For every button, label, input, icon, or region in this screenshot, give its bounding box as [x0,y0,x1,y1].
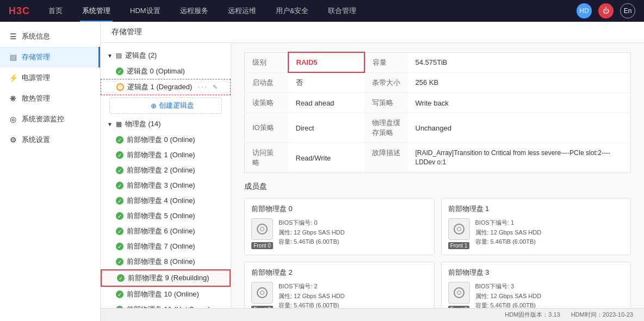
physical-disk-2[interactable]: ✓ 前部物理盘 2 (Online) [101,163,231,178]
main-layout: ☰ 系统信息 ▤ 存储管理 ⚡ 电源管理 ❋ 散热管理 ◎ 系统资源监控 ⚙ 系… [0,22,644,321]
logical-disk-icon: ▤ [116,52,122,59]
member-disk-0-icon [251,218,273,240]
expand-arrow-icon: ▼ [107,53,113,59]
status-bar: HDM固件版本：3.13 HDM时间：2023-10-23 [101,308,644,321]
sidebar-item-settings[interactable]: ⚙ 系统设置 [0,129,100,150]
nav-home[interactable]: 首页 [46,0,65,22]
physical-disk-section-icon: ▦ [116,120,122,128]
label-read-policy: 读策略 [245,93,288,113]
logical-disk-0[interactable]: ✓ 逻辑盘 0 (Optimal) [101,64,231,79]
detail-panel: 级别 RAID5 容量 54.575TiB 启动盘 否 条带大小 256 KB … [231,43,644,308]
dotted-border-indicator: ··· [197,82,208,92]
member-disk-2-card: 前部物理盘 2 Front 2 BIOS下编号: 2 属性: 12 Gbps S… [244,262,435,308]
logical-disk-section-header[interactable]: ▼ ▤ 逻辑盘 (2) [101,47,231,64]
physical-disk-4-status-icon: ✓ [116,197,123,205]
value-io-policy: Direct [288,113,364,143]
cooling-icon: ❋ [9,94,17,103]
sidebar-item-storage[interactable]: ▤ 存储管理 [0,47,100,67]
nav-items: 首页 系统管理 HDM设置 远程服务 远程运维 用户&安全 联合管理 [46,0,577,22]
sidebar-item-system-info[interactable]: ☰ 系统信息 [0,26,100,47]
system-info-icon: ☰ [9,32,17,41]
sidebar-item-cooling[interactable]: ❋ 散热管理 [0,88,100,109]
member-disk-3-title: 前部物理盘 3 [448,268,624,277]
power-button[interactable]: ⏻ [598,3,614,18]
create-logical-disk-button[interactable]: ⊕ 创建逻辑盘 [109,97,222,114]
content-area: 存储管理 ▼ ▤ 逻辑盘 (2) ✓ 逻辑盘 0 (Optimal) ! 逻辑盘… [101,22,644,321]
value-access-policy: Read/Write [288,143,364,173]
nav-system-management[interactable]: 系统管理 [80,0,113,22]
members-grid: 前部物理盘 0 Front 0 BIOS下编号: 0 属性: 12 Gbps S… [244,198,631,308]
physical-disk-1-status-icon: ✓ [116,151,123,159]
storage-icon: ▤ [9,53,17,61]
physical-disk-10-status-icon: ✓ [116,291,123,298]
physical-disk-0-status-icon: ✓ [116,136,123,144]
member-disk-1-icon [448,218,470,240]
nav-user-security[interactable]: 用户&安全 [274,0,311,22]
value-write-policy: Write back [408,93,631,113]
physical-disk-11[interactable]: ✓ 前部物理盘 11 (Hot Spare) [101,302,231,308]
label-write-policy: 写策略 [364,93,408,113]
label-capacity: 容量 [364,52,408,72]
member-disk-1-label: Front 1 [448,242,470,249]
nav-remote-service[interactable]: 远程服务 [178,0,210,22]
monitor-icon: ◎ [9,115,17,124]
member-disk-2-icon [251,282,273,304]
member-disk-1-info: BIOS下编号: 1 属性: 12 Gbps SAS HDD 容量: 5.46T… [475,218,542,247]
top-navigation: H3C 首页 系统管理 HDM设置 远程服务 远程运维 用户&安全 联合管理 H… [0,0,644,22]
member-disk-2-title: 前部物理盘 2 [251,268,428,277]
label-boot-disk: 启动盘 [245,72,288,93]
physical-disk-10[interactable]: ✓ 前部物理盘 10 (Online) [101,287,231,302]
label-access-policy: 访问策略 [245,143,288,173]
label-fault-description: 故障描述 [364,143,408,173]
physical-disk-4[interactable]: ✓ 前部物理盘 4 (Online) [101,193,231,208]
physical-disk-5-status-icon: ✓ [116,212,123,220]
settings-icon: ⚙ [9,135,17,144]
value-capacity: 54.575TiB [408,52,631,72]
physical-disk-8-status-icon: ✓ [116,258,123,266]
power-icon: ⚡ [9,73,17,82]
physical-disk-5[interactable]: ✓ 前部物理盘 5 (Online) [101,208,231,224]
physical-disk-0[interactable]: ✓ 前部物理盘 0 (Online) [101,132,231,147]
logical-disk-0-status-icon: ✓ [116,67,123,75]
nav-right-controls: HD ⏻ En [577,3,635,18]
member-disk-2-info: BIOS下编号: 2 属性: 12 Gbps SAS HDD 容量: 5.46T… [278,282,345,308]
user-avatar-button[interactable]: HD [577,3,592,18]
hdm-time: HDM时间：2023-10-23 [571,311,633,319]
physical-disk-6[interactable]: ✓ 前部物理盘 6 (Online) [101,224,231,239]
sidebar-item-resource-monitor[interactable]: ◎ 系统资源监控 [0,109,100,129]
physical-disk-1[interactable]: ✓ 前部物理盘 1 (Online) [101,147,231,163]
member-disk-3-icon [448,282,470,304]
value-boot-disk: 否 [288,72,364,93]
members-section-title: 成员盘 [244,182,631,192]
logical-disk-1[interactable]: ! 逻辑盘 1 (Degraded) ··· ✎ [101,79,231,95]
physical-disk-section-header[interactable]: ▼ ▦ 物理盘 (14) [101,116,231,132]
sidebar: ☰ 系统信息 ▤ 存储管理 ⚡ 电源管理 ❋ 散热管理 ◎ 系统资源监控 ⚙ 系… [0,22,101,321]
physical-disk-7-status-icon: ✓ [116,243,123,250]
physical-disk-6-status-icon: ✓ [116,227,123,235]
value-fault-description: [RAID_Array]Transition to Critical from … [408,143,631,173]
tree-panel: ▼ ▤ 逻辑盘 (2) ✓ 逻辑盘 0 (Optimal) ! 逻辑盘 1 (D… [101,43,231,308]
firmware-version: HDM固件版本：3.13 [505,311,560,319]
nav-hdm-settings[interactable]: HDM设置 [128,0,163,22]
language-button[interactable]: En [620,3,635,18]
member-disk-0-label: Front 0 [251,242,273,249]
value-stripe-size: 256 KB [408,72,631,93]
physical-disk-7[interactable]: ✓ 前部物理盘 7 (Online) [101,239,231,254]
detail-info-table: 级别 RAID5 容量 54.575TiB 启动盘 否 条带大小 256 KB … [244,52,631,173]
physical-disk-8[interactable]: ✓ 前部物理盘 8 (Online) [101,254,231,269]
physical-disk-2-status-icon: ✓ [116,166,123,174]
physical-disk-3[interactable]: ✓ 前部物理盘 3 (Online) [101,178,231,193]
create-plus-icon: ⊕ [151,102,157,110]
edit-icon[interactable]: ✎ [213,84,218,91]
expand-arrow-physical-icon: ▼ [107,121,113,127]
physical-disk-9-rebuilding[interactable]: ✓ 前部物理盘 9 (Rebuilding) [101,269,231,287]
value-raid-level: RAID5 [288,52,364,72]
member-disk-1-title: 前部物理盘 1 [448,204,624,214]
value-read-policy: Read ahead [288,93,364,113]
member-disk-0-info: BIOS下编号: 0 属性: 12 Gbps SAS HDD 容量: 5.46T… [278,218,345,247]
label-io-policy: IO策略 [245,113,288,143]
nav-remote-ops[interactable]: 远程运维 [226,0,258,22]
label-grade: 级别 [245,52,288,72]
sidebar-item-power[interactable]: ⚡ 电源管理 [0,67,100,88]
nav-joint-management[interactable]: 联合管理 [326,0,358,22]
